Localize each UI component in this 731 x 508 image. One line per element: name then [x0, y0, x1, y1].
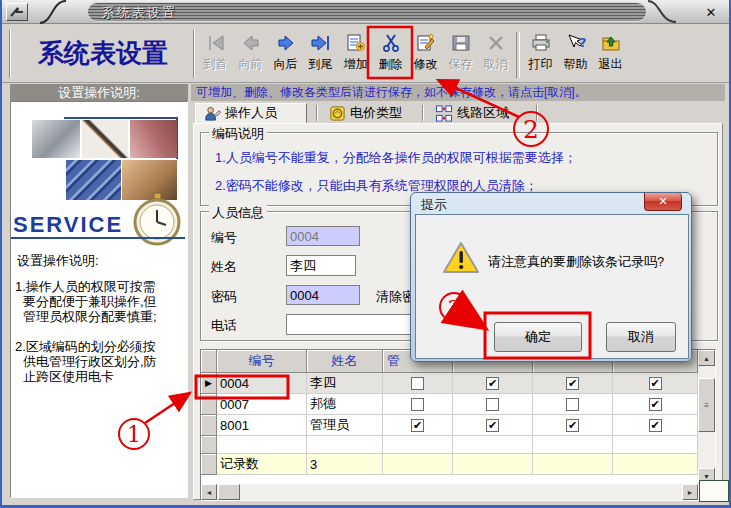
cell-perm — [613, 394, 698, 415]
line-area-icon — [435, 105, 453, 122]
cancel-x-icon — [485, 30, 507, 56]
current-row-icon: ▶ — [205, 378, 212, 388]
cell-perm — [613, 415, 698, 436]
add-record-icon — [345, 30, 367, 56]
print-button[interactable]: 打印 — [523, 28, 558, 82]
horizontal-scroll-thumb[interactable] — [218, 484, 240, 500]
toolbar-buttons: 到首 向前 向后 到尾 — [198, 28, 628, 82]
password-field[interactable] — [286, 285, 360, 305]
collage-image-pen — [82, 120, 128, 158]
sidebar-header: 设置操作说明: — [10, 84, 188, 101]
cell-perm — [453, 394, 533, 415]
toolbar-separator — [9, 30, 11, 78]
help-button[interactable]: ? 帮助 — [558, 28, 593, 82]
permission-checkbox[interactable] — [411, 377, 424, 390]
phone-field-label: 电话 — [211, 317, 237, 335]
collage-image-keyboard — [66, 160, 121, 200]
toolbar-separator — [516, 32, 520, 78]
exit-button[interactable]: 退出 — [593, 28, 628, 82]
dialog-close-icon[interactable]: ✕ — [644, 193, 682, 211]
permission-checkbox[interactable] — [649, 398, 662, 411]
tab-label: 电价类型 — [350, 104, 402, 122]
vertical-scroll-thumb[interactable]: ≡ — [698, 378, 715, 432]
help-cursor-icon: ? — [565, 30, 587, 56]
last-button[interactable]: 到尾 — [303, 28, 338, 82]
code-field-label: 编号 — [211, 229, 237, 247]
grid-corner-box — [699, 480, 729, 502]
groupbox-title: 人员信息 — [209, 204, 267, 222]
permission-checkbox[interactable] — [566, 398, 579, 411]
cell-perm — [383, 394, 453, 415]
permission-checkbox[interactable] — [486, 398, 499, 411]
notice-bar: 可增加、删除、修改各类型后请进行保存，如不保存修改，请点击[取消]。 — [191, 84, 725, 101]
permission-checkbox[interactable] — [649, 377, 662, 390]
window-close-icon[interactable]: ✕ — [701, 2, 721, 22]
first-record-icon — [205, 30, 227, 56]
cell-perm — [613, 373, 698, 394]
dialog-message: 请注意真的要删除该条记录吗? — [488, 253, 664, 271]
page-title: 系统表设置 — [14, 36, 192, 71]
dialog-ok-button[interactable]: 确定 — [494, 322, 582, 352]
cell-code[interactable]: 0007 — [217, 394, 307, 415]
add-button[interactable]: 增加 — [338, 28, 373, 82]
permission-checkbox[interactable] — [486, 377, 499, 390]
permission-checkbox[interactable] — [411, 398, 424, 411]
scroll-left-icon[interactable]: ◄ — [201, 484, 217, 500]
permission-checkbox[interactable] — [566, 377, 579, 390]
prev-button[interactable]: 向前 — [233, 28, 268, 82]
print-icon — [530, 30, 552, 56]
permission-checkbox[interactable] — [411, 419, 424, 432]
cell-perm — [383, 373, 453, 394]
edit-button[interactable]: 修改 — [408, 28, 443, 82]
dialog-cancel-button[interactable]: 取消 — [606, 322, 676, 352]
coding-note-1: 1.人员编号不能重复，分配给各操作员的权限可根据需要选择； — [215, 149, 577, 167]
app-logo-icon[interactable] — [6, 3, 28, 21]
table-row[interactable]: 0007 邦德 — [201, 394, 698, 415]
cell-code[interactable]: 0004 — [217, 373, 307, 394]
header-code[interactable]: 编号 — [217, 350, 307, 373]
permission-checkbox[interactable] — [566, 419, 579, 432]
cancel-button[interactable]: 取消 — [478, 28, 513, 82]
header-name[interactable]: 姓名 — [307, 350, 383, 373]
tab-price-types[interactable]: 电价类型 — [321, 103, 421, 123]
save-floppy-icon — [450, 30, 472, 56]
cell-name[interactable]: 李四 — [307, 373, 383, 394]
save-button[interactable]: 保存 — [443, 28, 478, 82]
operator-person-icon — [204, 105, 221, 122]
window-title: 系统表设置 — [102, 4, 177, 22]
cell-perm — [453, 373, 533, 394]
first-button[interactable]: 到首 — [198, 28, 233, 82]
cell-name[interactable]: 邦德 — [307, 394, 383, 415]
scroll-up-icon[interactable]: ▲ — [698, 350, 715, 366]
cell-code[interactable]: 8001 — [217, 415, 307, 436]
vertical-scrollbar[interactable]: ▲ ≡ ▼ — [698, 350, 715, 484]
name-field[interactable] — [286, 255, 356, 276]
scroll-right-icon[interactable]: ► — [682, 484, 698, 500]
dialog-body: 请注意真的要删除该条记录吗? 确定 取消 — [415, 214, 689, 359]
next-button[interactable]: 向后 — [268, 28, 303, 82]
header-indicator — [201, 350, 217, 373]
toolbar-separator — [193, 30, 195, 78]
permission-checkbox[interactable] — [486, 419, 499, 432]
tab-line-areas[interactable]: 线路区域 — [427, 103, 531, 123]
permission-checkbox[interactable] — [649, 419, 662, 432]
decorative-line — [64, 117, 178, 119]
sidebar: SERVICE 设置操作说明: 1.操作人员的权限可按需 要分配便于兼职操作,但… — [10, 101, 188, 498]
cell-name[interactable]: 管理员 — [307, 415, 383, 436]
empty-row — [201, 436, 698, 454]
table-row[interactable]: 8001 管理员 — [201, 415, 698, 436]
service-logo-text: SERVICE — [13, 212, 123, 238]
tab-separator — [422, 105, 424, 121]
operators-grid: 编号 姓名 管 ▶ 0004 李四 — [200, 349, 716, 501]
tab-bar: 操作人员 电价类型 线路区域 — [193, 103, 723, 123]
record-count-row: 记录数 3 — [201, 454, 698, 475]
name-field-label: 姓名 — [211, 258, 237, 276]
last-record-icon — [310, 30, 332, 56]
cell-perm — [533, 415, 613, 436]
code-field[interactable] — [286, 226, 360, 246]
exit-folder-icon — [600, 30, 622, 56]
delete-button[interactable]: 删除 — [373, 28, 408, 82]
table-row[interactable]: ▶ 0004 李四 — [201, 373, 698, 394]
tab-operators[interactable]: 操作人员 — [195, 103, 307, 123]
horizontal-scrollbar[interactable]: ◄ ► — [201, 484, 698, 500]
